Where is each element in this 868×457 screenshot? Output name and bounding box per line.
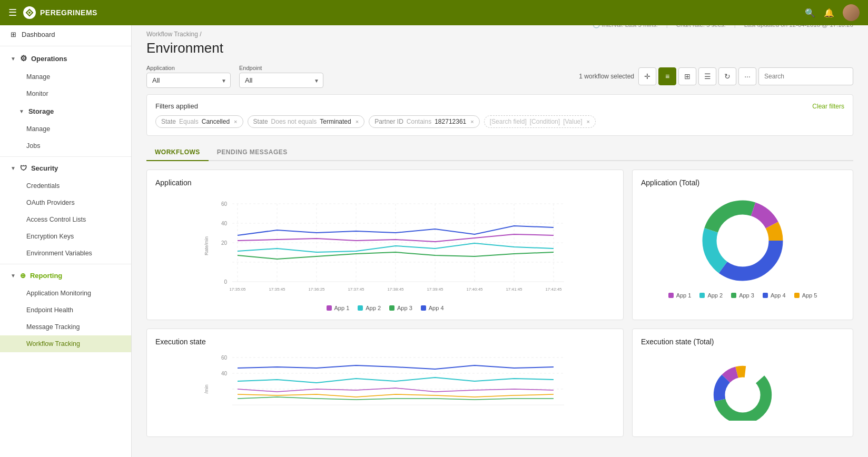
charts-row-1: Application 60 40 20 0 Rate/min	[146, 170, 853, 320]
donut-legend-app1: App 1	[668, 292, 692, 299]
sidebar-item-encryption-keys[interactable]: Encryption Keys	[0, 228, 131, 245]
sidebar-item-jobs[interactable]: Jobs	[0, 137, 131, 154]
chevron-down-icon-reporting: ▼	[11, 273, 16, 279]
more-options-button[interactable]: ···	[738, 67, 756, 85]
filter-close-1[interactable]: ×	[234, 118, 237, 125]
svg-point-0	[28, 12, 31, 14]
operations-label: Operations	[31, 55, 67, 63]
add-filter-button[interactable]: ✛	[638, 67, 656, 85]
endpoint-select[interactable]: All	[239, 73, 323, 88]
filter-val-1: Cancelled	[202, 118, 230, 125]
clear-filters-button[interactable]: Clear filters	[812, 103, 844, 110]
filter-close-2[interactable]: ×	[356, 118, 359, 125]
donut-legend-app4-label: App 4	[771, 292, 786, 299]
toolbar: Application All ▼ Endpoint All ▼	[146, 65, 853, 88]
sidebar-item-message-tracking[interactable]: Message Tracking	[0, 319, 131, 335]
storage-label: Storage	[28, 107, 54, 115]
sidebar-item-app-monitoring[interactable]: Application Monitoring	[0, 285, 131, 302]
sidebar-section-reporting[interactable]: ▼ ⊕ Reporting	[0, 266, 131, 285]
svg-text:17:36:25: 17:36:25	[308, 287, 325, 292]
svg-text:17:39:45: 17:39:45	[427, 287, 443, 292]
donut-legend-app3: App 3	[731, 292, 754, 299]
filter-tag-empty[interactable]: [Search field] [Condition] [Value] ×	[484, 115, 596, 128]
oauth-providers-label: OAuth Providers	[26, 199, 75, 206]
sidebar-item-env-variables[interactable]: Environment Variables	[0, 245, 131, 262]
sidebar-item-credentials[interactable]: Credentials	[0, 177, 131, 194]
tabs: WORKFLOWS PENDING MESSAGES	[146, 144, 853, 161]
nav-left: ☰ PEREGRINEMS	[8, 6, 97, 19]
workflow-selected-count: 1 workflow selected	[579, 73, 634, 80]
application-select[interactable]: All	[146, 73, 231, 88]
tab-workflows[interactable]: WORKFLOWS	[146, 144, 209, 161]
storage-manage-label: Manage	[26, 125, 50, 133]
hamburger-menu[interactable]: ☰	[8, 7, 17, 18]
sidebar-item-oauth-providers[interactable]: OAuth Providers	[0, 194, 131, 211]
application-chart-title: Application	[155, 178, 615, 187]
content-area: 🕐 Interval: Last 5 mins. | Chart rate: 5…	[132, 25, 868, 457]
columns-view-button[interactable]: ⊞	[678, 67, 696, 85]
sidebar-item-dashboard[interactable]: ⊞ Dashboard	[0, 25, 131, 44]
env-variables-label: Environment Variables	[26, 250, 92, 257]
filter-close-3[interactable]: ×	[470, 118, 474, 125]
execution-state-total-chart-title: Execution state (Total)	[641, 337, 844, 346]
donut-legend-app4: App 4	[763, 292, 786, 299]
header-meta: 🕐 Interval: Last 5 mins. | Chart rate: 5…	[146, 25, 853, 28]
filter-tag-2: State Does not equals Terminated ×	[248, 115, 365, 128]
application-chart-legend: App 1 App 2 App 3 App 4	[155, 305, 615, 311]
divider-2	[0, 156, 131, 157]
donut-container: App 1 App 2 App 3 App 4	[641, 193, 844, 299]
filters-panel: Filters applied Clear filters State Equa…	[146, 94, 853, 136]
manage-label: Manage	[26, 73, 50, 81]
search-icon[interactable]: 🔍	[805, 8, 815, 18]
breadcrumb-text: Workflow Tracking /	[146, 31, 201, 38]
page-header: Workflow Tracking / Environment	[146, 31, 853, 56]
reporting-label: Reporting	[30, 272, 62, 280]
legend-app2-label: App 2	[366, 305, 381, 311]
legend-app1: App 1	[327, 305, 350, 311]
svg-text:20: 20	[221, 240, 228, 246]
sidebar-section-operations[interactable]: ▼ ⚙ Operations	[0, 48, 131, 68]
empty-close[interactable]: ×	[587, 118, 590, 125]
sidebar-section-storage[interactable]: ▼ Storage	[0, 102, 131, 121]
search-input[interactable]	[764, 73, 847, 80]
svg-point-34	[718, 216, 767, 265]
list-view-button[interactable]: ☰	[698, 67, 716, 85]
sidebar-item-monitor[interactable]: Monitor	[0, 85, 131, 102]
filter-op-3: Contains	[407, 118, 431, 125]
donut-legend: App 1 App 2 App 3 App 4	[668, 292, 817, 299]
endpoint-health-label: Endpoint Health	[26, 306, 73, 314]
legend-app4-label: App 4	[429, 305, 444, 311]
filters-title: Filters applied	[155, 102, 198, 110]
divider-3	[0, 264, 131, 264]
chevron-down-icon: ▼	[11, 56, 16, 62]
page-title: Environment	[146, 40, 853, 56]
filter-field-2: State	[253, 118, 268, 125]
meta-divider-2: |	[734, 25, 736, 28]
filter-field-3: Partner ID	[374, 118, 403, 125]
filter-val-3: 182712361	[435, 118, 466, 125]
filter-op-2: Does not equals	[271, 118, 317, 125]
sidebar-item-storage-manage[interactable]: Manage	[0, 121, 131, 137]
sidebar-item-manage[interactable]: Manage	[0, 68, 131, 85]
donut-legend-app2: App 2	[699, 292, 723, 299]
svg-text:17:35:45: 17:35:45	[269, 287, 285, 292]
sidebar-dashboard-label: Dashboard	[22, 31, 55, 38]
brand-name: PEREGRINEMS	[40, 8, 97, 17]
clock-icon: 🕐	[593, 25, 600, 28]
meta-divider-1: |	[666, 25, 668, 28]
filter-tag-1: State Equals Cancelled ×	[155, 115, 243, 128]
refresh-button[interactable]: ↻	[718, 67, 736, 85]
toolbar-actions: ✛ ≡ ⊞ ☰ ↻ ···	[638, 67, 853, 85]
jobs-label: Jobs	[26, 142, 40, 150]
chart-view-button[interactable]: ≡	[658, 67, 676, 85]
tab-pending-messages[interactable]: PENDING MESSAGES	[209, 144, 296, 161]
sidebar-item-workflow-tracking[interactable]: Workflow Tracking	[0, 335, 131, 352]
legend-app4: App 4	[421, 305, 444, 311]
notifications-icon[interactable]: 🔔	[824, 8, 834, 18]
interval-label: Interval: Last 5 mins.	[602, 25, 658, 28]
user-avatar[interactable]	[843, 4, 860, 21]
donut-legend-app5: App 5	[794, 292, 817, 299]
sidebar-item-access-control-lists[interactable]: Access Control Lists	[0, 211, 131, 228]
sidebar-item-endpoint-health[interactable]: Endpoint Health	[0, 302, 131, 319]
sidebar-section-security[interactable]: ▼ 🛡 Security	[0, 159, 131, 177]
